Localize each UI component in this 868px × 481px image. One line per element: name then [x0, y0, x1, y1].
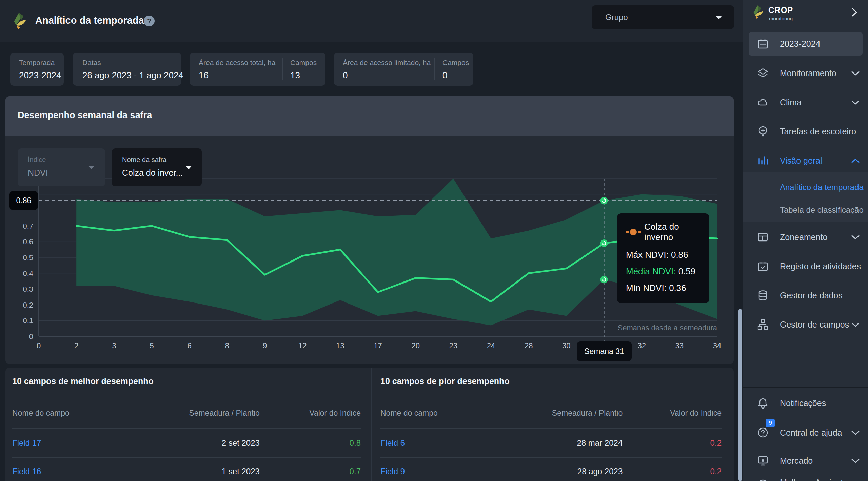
tooltip-crop-name: Colza do inverno [644, 222, 701, 243]
sidebar-item-data-manager[interactable]: Gestor de dados [743, 286, 868, 305]
weekly-performance-panel: Desempenho semanal da safra 10.70.60.50.… [5, 96, 734, 364]
svg-text:Semanas desde a semeadura: Semanas desde a semeadura [617, 323, 717, 332]
sidebar-subitem-season-analytics[interactable]: Analítico da temporada [743, 178, 868, 197]
chevron-down-icon [851, 100, 860, 105]
svg-text:6: 6 [188, 341, 192, 350]
crop-dropdown-value: Colza do inver... [122, 168, 183, 178]
notification-badge: 9 [766, 419, 775, 427]
divider [371, 368, 372, 481]
sidebar-item-monitoring[interactable]: Monitoramento [743, 64, 868, 83]
sidebar-item-activity-log[interactable]: Registo de atividades [743, 257, 868, 276]
zoning-grid-icon [757, 231, 769, 243]
sidebar-item-season[interactable]: 2023-2024 [749, 32, 863, 56]
stat-value: 13 [290, 70, 300, 81]
stat-label: Datas [82, 59, 101, 67]
tooltip-mean-row: Média NDVI: 0.59 [626, 263, 701, 280]
field-link[interactable]: Field 6 [380, 438, 500, 448]
stat-label: Campos [290, 59, 317, 67]
svg-text:0: 0 [37, 341, 41, 350]
stat-value: 0 [442, 70, 447, 81]
table-row: Field 16 1 set 2023 0.7 [12, 458, 361, 481]
sidebar-item-zoning[interactable]: Zoneamento [743, 228, 868, 247]
stat-card-total-area: Área de acesso total, ha 16 Campos 13 [190, 53, 326, 86]
svg-text:23: 23 [449, 341, 457, 350]
svg-text:9: 9 [263, 341, 267, 350]
svg-text:3: 3 [112, 341, 116, 350]
sidebar-subitem-leaderboard[interactable]: Tabela de classificação [743, 201, 868, 219]
svg-text:13: 13 [336, 341, 344, 350]
chevron-down-icon [851, 71, 860, 76]
group-dropdown-value: Grupo [605, 5, 628, 29]
sidebar-item-weather[interactable]: Clima [743, 93, 868, 112]
chevron-down-icon [851, 458, 860, 463]
chevron-down-icon [186, 166, 192, 169]
calendar-check-icon [757, 260, 769, 272]
chevron-down-icon [851, 235, 860, 240]
page-title: Analítico da temporada [35, 15, 144, 26]
stat-label: Área de acesso limitado, ha [343, 59, 431, 67]
database-icon [757, 289, 769, 301]
sidebar-item-scouting-tasks[interactable]: Tarefas de escoteiro [743, 122, 868, 141]
svg-text:0: 0 [29, 332, 33, 341]
svg-text:17: 17 [374, 341, 382, 350]
layers-icon [757, 67, 769, 79]
brand-name: CROP [768, 5, 793, 15]
sidebar-item-field-manager[interactable]: Gestor de campos [743, 315, 868, 334]
main-content: Analítico da temporada ? Grupo Temporada… [0, 0, 743, 481]
svg-text:5: 5 [150, 341, 154, 350]
collapse-sidebar-icon[interactable] [850, 7, 859, 17]
svg-text:32: 32 [637, 341, 646, 350]
help-circle-icon [757, 426, 769, 439]
fields-ranking-panel: 10 campos de melhor desempenho Nome do c… [5, 368, 734, 481]
crop-name-dropdown[interactable]: Nome da safra Colza do inver... [112, 148, 202, 186]
add-location-icon [757, 125, 769, 138]
max-value-pill: 0.86 [9, 191, 38, 210]
sidebar-item-upgrade[interactable]: Melhorar Assinatura [743, 476, 868, 481]
stat-value: 0 [343, 70, 348, 81]
sidebar-item-overview[interactable]: Visão geral [743, 151, 868, 170]
hierarchy-icon [757, 318, 769, 331]
marketplace-monitor-icon [757, 455, 769, 467]
sidebar-item-label: 2023-2024 [780, 32, 821, 56]
stat-label: Área de acesso total, ha [199, 59, 275, 67]
svg-text:0.4: 0.4 [23, 269, 33, 278]
svg-text:30: 30 [562, 341, 570, 350]
field-link[interactable]: Field 16 [12, 467, 134, 476]
svg-text:2: 2 [74, 341, 78, 350]
field-link[interactable]: Field 17 [12, 438, 134, 448]
week-pill: Semana 31 [577, 341, 632, 361]
svg-text:0.6: 0.6 [23, 237, 33, 246]
chevron-down-icon [851, 430, 860, 435]
table-row: Field 9 28 ago 2023 0.2 [380, 458, 722, 481]
sidebar-item-notifications[interactable]: Notificações [743, 394, 868, 413]
stat-label: Campos [442, 59, 469, 67]
table-title: 10 campos de melhor desempenho [12, 376, 154, 386]
index-dropdown-label: Índice [28, 156, 46, 164]
best-fields-table: 10 campos de melhor desempenho Nome do c… [12, 368, 361, 481]
svg-text:24: 24 [487, 341, 495, 350]
index-dropdown[interactable]: Índice NDVI [18, 148, 105, 186]
help-icon[interactable]: ? [144, 16, 155, 26]
bell-icon [757, 397, 769, 409]
table-header-row: Nome do campo Semeadura / Plantio Valor … [380, 397, 722, 428]
stat-value: 16 [199, 70, 209, 81]
field-link[interactable]: Field 9 [380, 467, 500, 476]
brand-subtitle: monitoring [769, 16, 793, 21]
top-bar: Analítico da temporada ? Grupo [0, 0, 743, 42]
vertical-scrollbar[interactable] [738, 309, 742, 481]
table-title: 10 campos de pior desempenho [380, 376, 510, 386]
stat-value: 2023-2024 [19, 70, 61, 81]
divider [282, 58, 283, 80]
sidebar: CROP monitoring 2023-2024 Monitoramento … [743, 0, 868, 481]
chevron-down-icon [851, 322, 860, 327]
sidebar-item-marketplace[interactable]: Mercado [743, 451, 868, 470]
svg-text:0.2: 0.2 [23, 301, 33, 309]
group-dropdown[interactable]: Grupo [592, 5, 734, 29]
stat-card-season: Temporada 2023-2024 [10, 53, 64, 86]
sidebar-item-help-center[interactable]: Central de ajuda [743, 423, 868, 442]
divider [434, 58, 435, 80]
calendar-icon [757, 38, 769, 50]
svg-text:0.7: 0.7 [23, 222, 33, 230]
table-header-row: Nome do campo Semeadura / Plantio Valor … [12, 397, 361, 428]
crop-monitoring-logo-icon [9, 11, 29, 30]
